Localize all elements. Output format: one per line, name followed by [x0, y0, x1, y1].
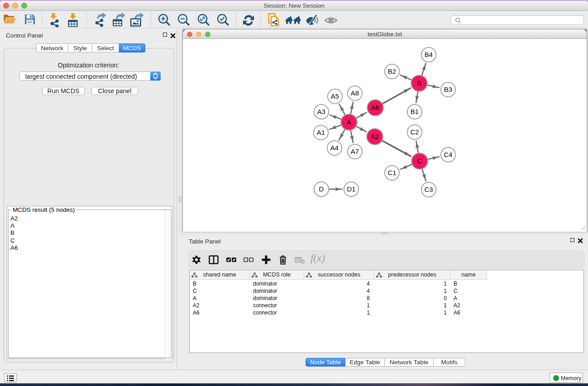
svg-text:A1: A1	[317, 129, 325, 136]
svg-text:A5: A5	[331, 92, 339, 100]
svg-text:A2: A2	[371, 133, 379, 140]
svg-text:C2: C2	[410, 128, 419, 136]
svg-text:B: B	[417, 79, 421, 87]
svg-text:B2: B2	[388, 67, 396, 75]
svg-text:D: D	[319, 185, 324, 193]
svg-text:D1: D1	[347, 185, 355, 193]
svg-text:A: A	[347, 118, 351, 126]
svg-text:C4: C4	[444, 151, 452, 158]
svg-text:B4: B4	[425, 51, 433, 58]
svg-text:A7: A7	[351, 148, 359, 155]
svg-text:C1: C1	[387, 169, 396, 176]
svg-text:C3: C3	[424, 186, 433, 193]
svg-text:A8: A8	[351, 89, 359, 97]
svg-text:A6: A6	[371, 104, 379, 111]
svg-text:B3: B3	[444, 86, 452, 93]
svg-text:C: C	[417, 157, 422, 165]
svg-text:A3: A3	[317, 108, 325, 115]
svg-text:B1: B1	[411, 108, 419, 115]
svg-text:A4: A4	[330, 144, 339, 152]
